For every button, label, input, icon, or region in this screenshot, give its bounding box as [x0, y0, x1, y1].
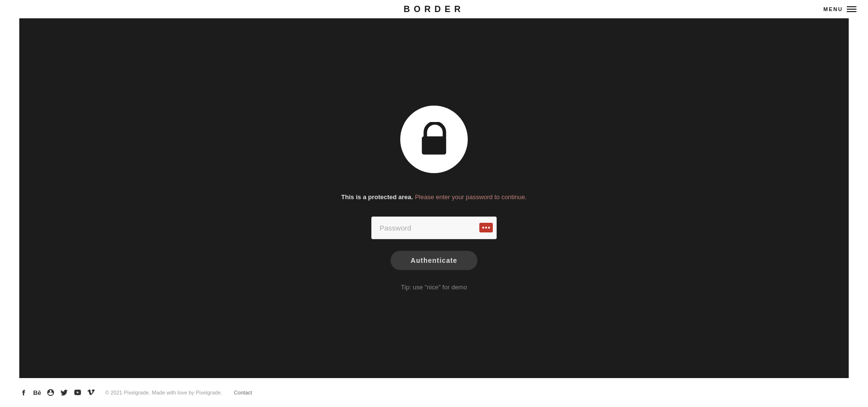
description-normal: Please enter your password to continue.: [415, 193, 527, 201]
password-input[interactable]: [371, 217, 497, 239]
tip-text: Tip: use "nice" for demo: [401, 284, 467, 291]
social-icons: Bē: [19, 388, 95, 397]
header: BORDER MENU: [0, 0, 868, 18]
menu-button[interactable]: MENU: [824, 6, 856, 12]
svg-rect-0: [422, 136, 446, 155]
twitter-icon[interactable]: [60, 388, 68, 397]
description-bold: This is a protected area.: [341, 193, 413, 201]
footer-copyright: © 2021 Pixelgrade. Made with love by Pix…: [105, 390, 222, 395]
password-container: [371, 217, 497, 239]
youtube-icon[interactable]: [73, 388, 82, 397]
vimeo-icon[interactable]: [87, 388, 95, 397]
hamburger-icon: [847, 6, 856, 12]
menu-label: MENU: [824, 6, 843, 12]
site-logo[interactable]: BORDER: [404, 4, 464, 14]
footer-contact[interactable]: Contact: [234, 390, 252, 395]
dots-icon: [482, 227, 490, 229]
description: This is a protected area. Please enter y…: [341, 190, 527, 203]
footer: Bē © 2021 Pixelgrade. Made with love by …: [0, 378, 868, 407]
authenticate-button[interactable]: Authenticate: [391, 251, 477, 270]
lock-circle: [400, 106, 468, 173]
behance-icon[interactable]: Bē: [33, 388, 41, 397]
facebook-icon[interactable]: [19, 388, 28, 397]
custom-icon[interactable]: [46, 388, 55, 397]
password-toggle-button[interactable]: [479, 223, 493, 232]
lock-icon: [418, 122, 450, 157]
protected-area: This is a protected area. Please enter y…: [19, 18, 849, 378]
